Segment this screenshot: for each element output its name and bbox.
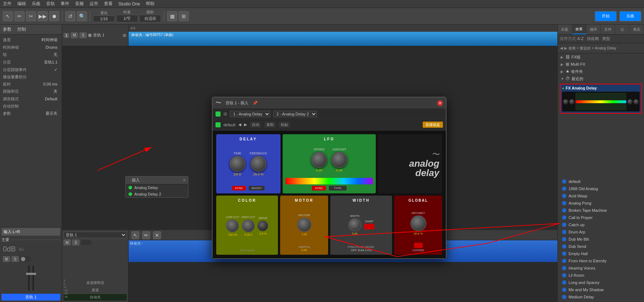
lfo-amount-knob[interactable]: [331, 152, 347, 168]
song-btn[interactable]: 乐曲: [619, 11, 641, 21]
erase-tool-btn[interactable]: ✂: [26, 11, 36, 21]
menu-item-audio[interactable]: 音频: [75, 1, 84, 7]
fader-handle-2[interactable]: [30, 273, 36, 275]
tab-cloud[interactable]: 云: [615, 25, 630, 34]
quantize-value[interactable]: 1/16: [93, 16, 115, 22]
mute-btn-lower[interactable]: M: [3, 256, 10, 262]
menu-item-market[interactable]: 运市: [90, 1, 98, 7]
play-btn[interactable]: ▶▶: [38, 11, 48, 21]
lower-track-select[interactable]: 音轨 1: [64, 232, 127, 238]
lfo-speed-knob[interactable]: [311, 152, 327, 168]
lower-toggle[interactable]: [81, 240, 92, 245]
time-knob[interactable]: [230, 156, 245, 172]
toggle-lower[interactable]: [20, 256, 31, 262]
preset-brokentape[interactable]: Broken Tape Machine: [558, 207, 644, 214]
factor-knob[interactable]: [297, 218, 312, 232]
insert-item-1[interactable]: Analog Delay: [126, 184, 188, 191]
preset-myandshadow[interactable]: Me and My Shadow: [558, 286, 644, 293]
preset-drumarp[interactable]: Drum Arp: [558, 228, 644, 236]
boost-btn[interactable]: BOOST: [249, 186, 265, 191]
plugin-on-btn[interactable]: [216, 122, 221, 127]
copy-btn[interactable]: 复制: [264, 122, 276, 128]
menu-item-song[interactable]: 乐曲: [32, 1, 40, 7]
fx-tree-fxchain[interactable]: ▶ ⛓ FX链: [558, 53, 644, 61]
lfo-sync-btn[interactable]: SYNC: [312, 186, 326, 191]
menu-item-file[interactable]: 文件: [3, 1, 12, 7]
lower-erase-btn[interactable]: ✕: [153, 231, 161, 239]
sync-btn[interactable]: SYNC: [232, 186, 246, 191]
tempo-value[interactable]: 1/节: [116, 15, 138, 22]
preset-dub8th[interactable]: Dub Me 8th: [558, 236, 644, 243]
track-record-btn[interactable]: [88, 34, 92, 37]
fx-tree-favorites[interactable]: ▶ ★ 收件夹: [558, 68, 644, 75]
nav-forward-btn[interactable]: ▶: [564, 46, 567, 51]
feedback-knob[interactable]: [251, 156, 266, 172]
start-btn[interactable]: 开始: [595, 11, 617, 21]
insert-item-2[interactable]: Analog Delay 2: [126, 191, 188, 197]
tab-loops[interactable]: 循环: [587, 25, 601, 34]
lower-solo-btn[interactable]: S: [72, 240, 79, 245]
paste-btn[interactable]: 粘贴: [279, 122, 290, 128]
next-preset-btn[interactable]: ▶: [244, 122, 247, 127]
nav-back-btn[interactable]: ◀: [560, 46, 563, 51]
lower-select-btn[interactable]: ↖: [131, 231, 139, 239]
snap-value[interactable]: 自适应: [139, 15, 161, 22]
menu-item-help[interactable]: 帮助: [146, 1, 155, 7]
mixer-btn[interactable]: ▦: [167, 11, 177, 21]
preset-default[interactable]: default: [558, 178, 644, 185]
record-btn[interactable]: ⏺: [49, 11, 59, 21]
plugin-selector-1[interactable]: 1 - Analog Delay: [230, 111, 270, 117]
tempo-label: 时基: [123, 10, 131, 15]
fx-tree-multifx[interactable]: ▶ ⊞ Multi FX: [558, 61, 644, 68]
preset-hearingvoices[interactable]: Hearing Voices: [558, 264, 644, 272]
preset-analogpong[interactable]: Analog Pong: [558, 200, 644, 207]
menu-item-edit[interactable]: 编辑: [17, 1, 26, 7]
fx-tree-recent[interactable]: ▼ ⏱ 最近的: [558, 75, 644, 82]
plugin-power-btn[interactable]: [216, 111, 221, 117]
draw-tool-btn[interactable]: ✏: [14, 11, 25, 21]
lower-mute-btn[interactable]: M: [64, 240, 71, 245]
menu-item-studioone[interactable]: Studio One: [118, 1, 140, 6]
preset-dubsend[interactable]: Dub Send: [558, 243, 644, 250]
solo-btn[interactable]: S: [79, 32, 87, 38]
highcut-knob[interactable]: [242, 219, 255, 232]
preset-onefour[interactable]: One Four: [558, 301, 644, 302]
solo-btn-lower[interactable]: S: [12, 256, 19, 262]
width-knob[interactable]: [348, 218, 361, 231]
fx-analog-delay-selected[interactable]: ● FX Analog Delay: [560, 84, 642, 114]
pin-icon[interactable]: 📌: [253, 101, 258, 105]
tab-store[interactable]: 商店: [630, 25, 644, 34]
menu-item-track[interactable]: 音轨: [46, 1, 55, 7]
lowcut-knob[interactable]: [226, 219, 239, 232]
preset-mediumdelay[interactable]: Medium Delay: [558, 293, 644, 301]
loop-btn[interactable]: ↺: [65, 11, 75, 21]
swap-btn[interactable]: [364, 224, 374, 229]
prev-preset-btn[interactable]: ◀: [238, 122, 241, 127]
lower-draw-btn[interactable]: ✏: [142, 231, 150, 239]
db-label: 0dB: [3, 245, 16, 253]
tab-effects[interactable]: 效果: [572, 25, 587, 34]
menu-item-view[interactable]: 查看: [104, 1, 113, 7]
mute-btn[interactable]: M: [71, 32, 78, 38]
tab-files[interactable]: 文件: [601, 25, 615, 34]
preset-catchup[interactable]: Catch up: [558, 221, 644, 228]
preset-lilroom[interactable]: Lil Room: [558, 272, 644, 279]
select-tool-btn[interactable]: ↖: [3, 11, 13, 21]
inspector-btn[interactable]: ⊞: [179, 11, 189, 21]
insert-close-btn[interactable]: ✕: [183, 178, 186, 183]
menu-item-event[interactable]: 事件: [61, 1, 69, 7]
drive-knob[interactable]: [257, 220, 268, 231]
preset-acidwasp[interactable]: Acid Wasp: [558, 192, 644, 200]
preset-calltoprayer[interactable]: Call to Prayer: [558, 214, 644, 221]
zoom-btn[interactable]: 🔍: [77, 11, 87, 21]
tab-instruments[interactable]: 乐器: [558, 25, 572, 34]
plugin-close-btn[interactable]: ✕: [437, 100, 443, 106]
drywet-knob[interactable]: [410, 215, 426, 231]
preset-1968[interactable]: 1968 Old Analog: [558, 185, 644, 192]
preset-longspacey[interactable]: Long and Spacey: [558, 279, 644, 286]
preset-fromhereto[interactable]: From Here to Eternity: [558, 257, 644, 264]
plugin-selector-2[interactable]: 2 - Analog Delay 2: [273, 111, 317, 117]
lfo-type-btn[interactable]: TYPE: [329, 186, 347, 191]
preset-emptyhall[interactable]: Empty Hall: [558, 250, 644, 257]
new-instance-btn[interactable]: 新建磁盘: [423, 122, 443, 128]
